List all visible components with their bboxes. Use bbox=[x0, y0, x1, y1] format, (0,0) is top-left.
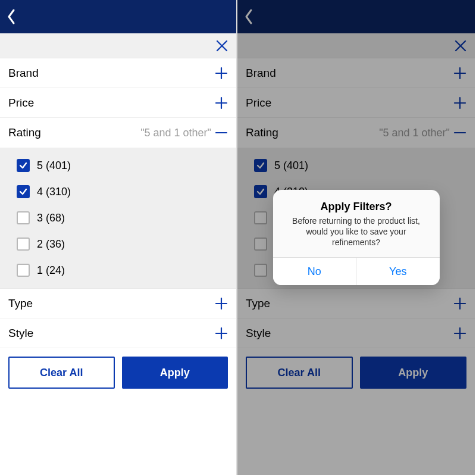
option-label: 4 (310) bbox=[37, 186, 71, 198]
nav-header bbox=[0, 0, 236, 33]
close-icon[interactable] bbox=[215, 39, 229, 53]
option-label: 1 (24) bbox=[37, 264, 65, 277]
plus-icon bbox=[215, 327, 228, 340]
rating-option-5[interactable]: 5 (401) bbox=[0, 152, 236, 179]
clear-all-button[interactable]: Clear All bbox=[8, 357, 115, 389]
modal-scrim: Apply Filters? Before returning to the p… bbox=[237, 0, 475, 475]
plus-icon bbox=[215, 297, 228, 310]
filter-label: Price bbox=[8, 96, 34, 110]
filters-list: Brand Price Rating "5 and 1 other" 5 (40… bbox=[0, 58, 236, 348]
filter-brand[interactable]: Brand bbox=[0, 58, 236, 88]
dialog-message: Before returning to the product list, wo… bbox=[283, 215, 430, 248]
filter-label: Type bbox=[8, 297, 33, 310]
actions-bar: Clear All Apply bbox=[0, 348, 236, 397]
minus-icon bbox=[215, 126, 228, 139]
filter-label: Style bbox=[8, 327, 33, 340]
checkbox-icon[interactable] bbox=[17, 264, 30, 277]
plus-icon bbox=[215, 96, 228, 110]
closebar bbox=[0, 33, 236, 58]
rating-summary: "5 and 1 other" bbox=[140, 127, 211, 139]
filter-type[interactable]: Type bbox=[0, 289, 236, 318]
option-label: 2 (36) bbox=[37, 238, 65, 251]
apply-button[interactable]: Apply bbox=[122, 357, 228, 389]
back-chevron-icon[interactable] bbox=[6, 8, 17, 25]
rating-option-2[interactable]: 2 (36) bbox=[0, 231, 236, 257]
filter-rating[interactable]: Rating "5 and 1 other" bbox=[0, 118, 236, 148]
filter-style[interactable]: Style bbox=[0, 318, 236, 348]
rating-option-3[interactable]: 3 (68) bbox=[0, 205, 236, 231]
filter-label: Rating bbox=[8, 126, 41, 139]
checkbox-icon[interactable] bbox=[17, 159, 30, 172]
option-label: 5 (401) bbox=[37, 160, 71, 172]
rating-option-4[interactable]: 4 (310) bbox=[0, 179, 236, 205]
dialog-yes-button[interactable]: Yes bbox=[356, 258, 440, 285]
dialog-title: Apply Filters? bbox=[283, 201, 430, 213]
dialog-no-button[interactable]: No bbox=[273, 258, 357, 285]
filter-label: Brand bbox=[8, 67, 39, 80]
checkbox-icon[interactable] bbox=[17, 185, 30, 198]
filter-screen: Brand Price Rating "5 and 1 other" 5 (40… bbox=[0, 0, 237, 475]
apply-filters-dialog: Apply Filters? Before returning to the p… bbox=[273, 190, 440, 286]
plus-icon bbox=[215, 67, 228, 80]
rating-options: 5 (401) 4 (310) 3 (68) 2 (36) 1 (24) bbox=[0, 148, 236, 289]
option-label: 3 (68) bbox=[37, 212, 65, 224]
checkbox-icon[interactable] bbox=[17, 238, 30, 251]
filter-screen-with-dialog: Brand Price Rating "5 and 1 other" 5 (40… bbox=[237, 0, 475, 475]
rating-option-1[interactable]: 1 (24) bbox=[0, 257, 236, 283]
filter-price[interactable]: Price bbox=[0, 88, 236, 118]
checkbox-icon[interactable] bbox=[17, 211, 30, 224]
